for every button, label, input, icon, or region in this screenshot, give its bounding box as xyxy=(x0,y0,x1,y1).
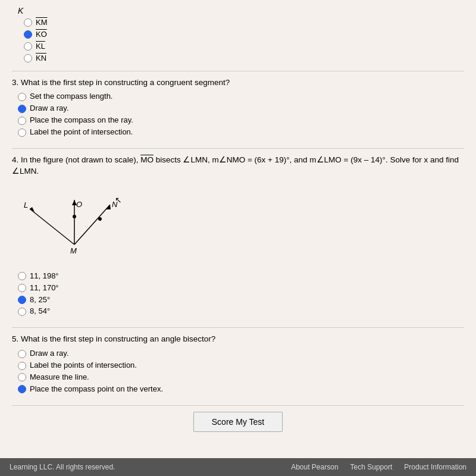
svg-text:↖: ↖ xyxy=(115,195,122,205)
footer-copyright: Learning LLC. All rights reserved. xyxy=(10,463,115,471)
svg-marker-8 xyxy=(106,205,111,209)
svg-line-0 xyxy=(30,209,74,245)
radio-q4-c[interactable] xyxy=(18,296,26,304)
q3-option-sc[interactable]: Set the compass length. xyxy=(18,92,464,102)
q5-option-lp[interactable]: Label the points of intersection. xyxy=(18,361,464,371)
q4-option-b[interactable]: 11, 170° xyxy=(18,283,464,293)
radio-q3-sc[interactable] xyxy=(18,93,26,101)
option-kn[interactable]: KN xyxy=(24,54,464,64)
footer-links: About Pearson Tech Support Product Infor… xyxy=(291,463,466,471)
svg-text:M: M xyxy=(70,246,77,255)
footer-tech-support[interactable]: Tech Support xyxy=(350,463,393,471)
radio-q3-lp[interactable] xyxy=(18,129,26,137)
q4-text: 4. In the figure (not drawn to scale), M… xyxy=(12,155,464,177)
svg-point-6 xyxy=(73,215,76,218)
main-content: K KM KO KL KN 3. What is the first step … xyxy=(0,0,476,458)
q4-figure: L O N ↖ M xyxy=(18,182,464,265)
divider-bottom xyxy=(12,405,464,406)
radio-kl[interactable] xyxy=(24,42,32,51)
radio-q3-dr[interactable] xyxy=(18,105,26,113)
question-5: 5. What is the first step in constructin… xyxy=(12,334,464,394)
q5-option-pp[interactable]: Place the compass point on the vertex. xyxy=(18,384,464,394)
radio-q4-d[interactable] xyxy=(18,308,26,316)
q3-text: 3. What is the first step in constructin… xyxy=(12,77,464,89)
q3-option-dr[interactable]: Draw a ray. xyxy=(18,104,464,114)
option-kl[interactable]: KL xyxy=(24,42,464,52)
divider-q4-q5 xyxy=(12,327,464,328)
angle-figure-svg: L O N ↖ M xyxy=(18,182,167,265)
radio-q5-ml[interactable] xyxy=(18,373,26,381)
divider-q2-q3 xyxy=(12,71,464,71)
question-3: 3. What is the first step in constructin… xyxy=(12,77,464,137)
svg-point-10 xyxy=(98,217,102,221)
radio-kn[interactable] xyxy=(24,54,32,62)
q2-partial: K KM KO KL KN xyxy=(12,6,464,64)
q5-option-dr[interactable]: Draw a ray. xyxy=(18,349,464,359)
q5-text: 5. What is the first step in constructin… xyxy=(12,334,464,345)
q5-option-ml[interactable]: Measure the line. xyxy=(18,372,464,383)
svg-line-7 xyxy=(74,205,110,245)
score-my-test-button[interactable]: Score My Test xyxy=(193,412,283,432)
q4-option-c[interactable]: 8, 25° xyxy=(18,295,464,305)
footer-about-pearson[interactable]: About Pearson xyxy=(291,463,338,471)
radio-q4-b[interactable] xyxy=(18,284,26,292)
radio-q4-a[interactable] xyxy=(18,272,26,280)
radio-q5-pp[interactable] xyxy=(18,385,26,393)
q4-option-d[interactable]: 8, 54° xyxy=(18,306,464,317)
radio-q3-pc[interactable] xyxy=(18,117,26,125)
q4-option-a[interactable]: 11, 198° xyxy=(18,271,464,281)
k-label: K xyxy=(18,6,464,15)
footer-product-info[interactable]: Product Information xyxy=(404,463,466,471)
radio-q5-dr[interactable] xyxy=(18,350,26,358)
svg-text:L: L xyxy=(24,201,28,209)
question-4: 4. In the figure (not drawn to scale), M… xyxy=(12,155,464,317)
radio-q5-lp[interactable] xyxy=(18,362,26,370)
radio-km[interactable] xyxy=(24,18,32,27)
radio-ko[interactable] xyxy=(24,30,32,39)
score-area: Score My Test xyxy=(12,412,464,432)
option-km[interactable]: KM xyxy=(24,18,464,28)
q3-option-lp[interactable]: Label the point of intersection. xyxy=(18,127,464,137)
q3-option-pc[interactable]: Place the compass on the ray. xyxy=(18,115,464,126)
footer: Learning LLC. All rights reserved. About… xyxy=(0,458,476,476)
option-ko[interactable]: KO xyxy=(24,30,464,40)
divider-q3-q4 xyxy=(12,148,464,149)
svg-text:O: O xyxy=(76,200,82,209)
